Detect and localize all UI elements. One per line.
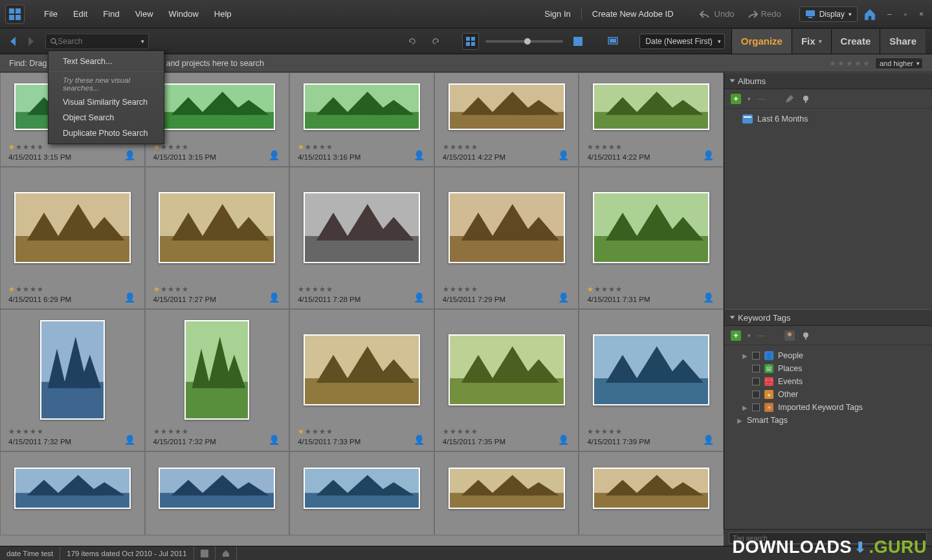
thumbnail-image[interactable] [593,83,709,130]
rating-filter[interactable]: ★★★★★ [829,59,870,68]
create-adobe-id-link[interactable]: Create New Adobe ID [587,6,679,21]
menu-text-search[interactable]: Text Search... [49,54,164,69]
thumbnail-rating[interactable]: ★★★★★ [153,285,282,294]
thumbnail-cell[interactable] [145,451,290,535]
thumbnail-rating[interactable]: ★★★★★ [153,143,282,151]
thumbnail-cell[interactable]: ★★★★★ 4/15/2011 7:32 PM 👤 [145,309,290,451]
app-logo[interactable] [5,5,25,24]
thumbnail-cell[interactable]: ★★★★★ 4/15/2011 7:33 PM 👤 [289,309,434,451]
thumbnail-cell[interactable]: ★★★★★ 4/15/2011 3:16 PM 👤 [289,72,434,167]
chevron-down-icon[interactable]: ▾ [748,332,751,339]
nav-back-button[interactable] [6,34,21,48]
zoom-knob[interactable] [524,38,531,45]
thumbnail-image[interactable] [159,83,275,130]
sign-in-link[interactable]: Sign In [539,6,575,21]
thumbnail-rating[interactable]: ★★★★★ [298,285,426,294]
thumbnail-image[interactable] [449,334,565,405]
thumbnail-image[interactable] [449,468,565,509]
thumbnail-rating[interactable]: ★★★★★ [443,285,571,294]
person-tag-icon[interactable]: 👤 [414,292,425,303]
thumbnail-image[interactable] [40,320,105,420]
home-button[interactable] [861,6,878,23]
thumbnail-image[interactable] [593,468,709,509]
edit-icon[interactable] [784,94,795,104]
person-tag-icon[interactable]: 👤 [703,150,714,160]
person-tag-icon[interactable]: 👤 [558,435,569,445]
search-box[interactable]: ▾ [45,34,149,49]
status-calendar-icon[interactable] [194,546,216,560]
thumbnail-image[interactable] [304,334,420,405]
nav-forward-button[interactable] [23,34,38,48]
menu-duplicate-search[interactable]: Duplicate Photo Search [49,125,164,141]
person-tag-icon[interactable]: 👤 [703,435,714,445]
thumbnail-cell[interactable]: ★★★★★ 4/15/2011 7:32 PM 👤 [0,309,145,451]
thumbnail-cell[interactable] [434,451,579,535]
thumbnail-rating[interactable]: ★★★★★ [587,285,715,294]
status-home-icon[interactable] [216,546,237,560]
thumbnail-image[interactable] [159,468,275,509]
thumbnail-cell[interactable] [0,451,145,535]
thumbnail-rating[interactable]: ★★★★★ [8,427,137,436]
thumbnail-cell[interactable]: ★★★★★ 4/15/2011 7:29 PM 👤 [434,167,579,309]
tag-events[interactable]: 🎀Events [731,375,926,388]
menu-object-search[interactable]: Object Search [49,110,164,125]
tab-share[interactable]: Share [880,29,926,54]
thumbnail-image[interactable] [304,468,420,509]
face-recognition-icon[interactable] [784,330,795,341]
person-tag-icon[interactable]: 👤 [124,435,135,445]
albums-panel-header[interactable]: Albums [724,72,932,89]
person-tag-icon[interactable]: 👤 [124,292,135,303]
person-tag-icon[interactable]: 👤 [269,150,280,160]
display-dropdown[interactable]: Display ▾ [799,6,858,22]
thumbnail-image[interactable] [449,192,565,263]
thumbnail-image[interactable] [449,83,565,130]
thumbnail-image[interactable] [593,192,709,263]
window-close[interactable]: × [916,8,927,20]
thumbnail-rating[interactable]: ★★★★★ [153,427,282,436]
person-tag-icon[interactable]: 👤 [269,435,280,445]
thumbnail-cell[interactable]: ★★★★★ 4/15/2011 7:27 PM 👤 [145,167,290,309]
thumbnail-rating[interactable]: ★★★★★ [587,143,715,151]
rotate-left-button[interactable] [404,33,421,50]
add-tag-button[interactable]: + [731,330,741,341]
tab-fix[interactable]: Fix▾ [792,29,831,54]
thumbnail-cell[interactable]: ★★★★★ 4/15/2011 7:28 PM 👤 [289,167,434,309]
person-tag-icon[interactable]: 👤 [269,292,280,303]
thumbnail-cell[interactable]: ★★★★★ 4/15/2011 4:22 PM 👤 [579,72,724,167]
thumbnail-image[interactable] [14,192,131,263]
redo-button[interactable]: Redo [742,6,785,21]
menu-window[interactable]: Window [161,5,206,23]
thumbnail-cell[interactable] [579,451,724,535]
thumbnail-cell[interactable]: ★★★★★ 4/15/2011 7:31 PM 👤 [579,167,724,309]
person-tag-icon[interactable]: 👤 [414,435,425,445]
thumbnail-cell[interactable]: ★★★★★ 4/15/2011 7:39 PM 👤 [579,309,724,451]
fullscreen-button[interactable] [605,33,621,50]
person-tag-icon[interactable]: 👤 [124,150,135,160]
tag-other[interactable]: ●Other [731,388,926,401]
sort-select[interactable]: Date (Newest First) ▾ [639,34,724,49]
menu-find[interactable]: Find [95,5,127,23]
thumbnail-image[interactable] [593,334,709,405]
thumbnail-rating[interactable]: ★★★★★ [298,143,426,151]
thumbnail-cell[interactable]: ★★★★★ 4/15/2011 4:22 PM 👤 [434,72,579,167]
single-view-button[interactable] [570,33,586,50]
search-input[interactable] [58,37,141,46]
person-tag-icon[interactable]: 👤 [558,150,569,160]
rotate-right-button[interactable] [427,33,444,50]
thumbnail-cell[interactable]: ★★★★★ 4/15/2011 3:15 PM 👤 [145,72,290,167]
hint-icon[interactable] [801,331,810,340]
album-last-6-months[interactable]: Last 6 Months [731,113,926,125]
tag-imported[interactable]: ▶☀Imported Keyword Tags [731,401,926,414]
thumbnail-image[interactable] [304,83,420,130]
thumbnail-cell[interactable] [289,451,434,535]
window-minimize[interactable]: – [885,8,895,20]
undo-button[interactable]: Undo [696,6,738,21]
tag-places[interactable]: 🏛Places [731,362,926,375]
thumbnail-rating[interactable]: ★★★★★ [8,285,137,294]
hint-icon[interactable] [801,94,810,103]
rating-mode-select[interactable]: and higher▾ [875,58,923,69]
person-tag-icon[interactable]: 👤 [558,292,569,303]
thumbnail-view-button[interactable] [462,33,479,50]
thumbnail-rating[interactable]: ★★★★★ [587,427,715,436]
menu-help[interactable]: Help [206,5,239,23]
